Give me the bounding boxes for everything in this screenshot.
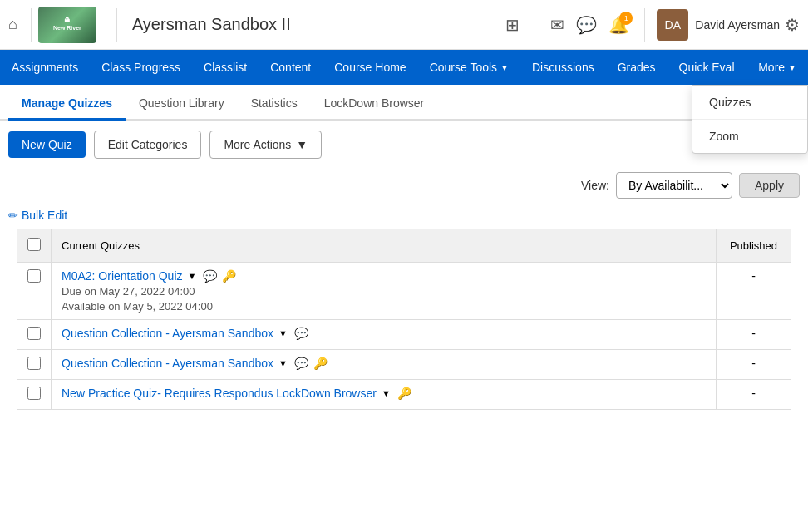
bulk-edit-icon: ✏: [8, 209, 18, 222]
row-2-published: -: [717, 320, 791, 350]
table-row: Question Collection - Ayersman Sandbox ▼…: [17, 320, 791, 350]
col-header-quizzes: Current Quizzes: [52, 229, 717, 263]
row-4-key-icon[interactable]: 🔑: [397, 387, 411, 400]
user-area[interactable]: DA David Ayersman: [657, 9, 780, 41]
notification-badge: 1: [619, 12, 633, 25]
quiz-table-container: Current Quizzes Published M0A2: Orientat…: [0, 229, 808, 410]
settings-icon[interactable]: ⚙: [785, 15, 800, 35]
bulk-edit-row: ✏ Bulk Edit: [0, 205, 808, 229]
row-2-speech-icon[interactable]: 💬: [294, 327, 308, 340]
tabs-bar: Manage Quizzes Question Library Statisti…: [0, 88, 808, 121]
more-caret: ▼: [788, 63, 796, 72]
row-2-checkbox-cell: [17, 320, 52, 350]
nav-item-course-tools[interactable]: Course Tools ▼: [418, 50, 520, 85]
header-right: ⊞ ✉ 💬 🔔 1 DA David Ayersman ⚙: [483, 8, 800, 42]
edit-categories-button[interactable]: Edit Categories: [94, 131, 202, 159]
tab-statistics[interactable]: Statistics: [238, 88, 311, 121]
row-2-title-link[interactable]: Question Collection - Ayersman Sandbox: [62, 327, 273, 340]
row-4-checkbox[interactable]: [27, 387, 41, 400]
row-1-content: M0A2: Orientation Quiz ▼ 💬 🔑 Due on May …: [52, 263, 717, 320]
bulk-edit-link[interactable]: ✏ Bulk Edit: [8, 209, 67, 222]
row-1-key-icon[interactable]: 🔑: [222, 269, 236, 283]
nav-item-quick-eval[interactable]: Quick Eval: [668, 50, 746, 85]
col-header-published: Published: [717, 229, 791, 263]
more-actions-caret-icon: ▼: [296, 138, 308, 151]
toolbar: New Quiz Edit Categories More Actions ▼: [0, 121, 808, 169]
row-2-caret-icon[interactable]: ▼: [278, 328, 288, 338]
more-actions-button[interactable]: More Actions ▼: [209, 131, 322, 159]
chat-icon[interactable]: 💬: [573, 12, 600, 38]
nav-item-course-home[interactable]: Course Home: [323, 50, 417, 85]
row-1-caret-icon[interactable]: ▼: [188, 271, 197, 281]
app-title: Ayersman Sandbox II: [132, 15, 291, 34]
tab-lockdown-browser[interactable]: LockDown Browser: [311, 88, 438, 121]
row-2-icons: 💬: [294, 327, 308, 340]
row-3-checkbox-cell: [17, 350, 52, 380]
nav-item-discussions[interactable]: Discussions: [520, 50, 606, 85]
home-icon[interactable]: ⌂: [8, 16, 17, 33]
nav-item-assignments[interactable]: Assignments: [0, 50, 90, 85]
row-3-caret-icon[interactable]: ▼: [278, 358, 288, 368]
row-1-icons: 💬 🔑: [203, 269, 236, 283]
row-3-checkbox[interactable]: [27, 357, 41, 370]
more-dropdown: Quizzes Zoom: [692, 85, 808, 154]
row-2-content: Question Collection - Ayersman Sandbox ▼…: [52, 320, 717, 350]
user-name: David Ayersman: [695, 18, 780, 32]
email-icon[interactable]: ✉: [547, 12, 568, 38]
row-4-icons: 🔑: [397, 387, 411, 400]
row-4-published: -: [717, 380, 791, 410]
quiz-table: Current Quizzes Published M0A2: Orientat…: [17, 229, 791, 410]
header-divider-5: [644, 8, 645, 42]
notifications-icon[interactable]: 🔔 1: [605, 12, 633, 38]
top-header: ⌂ 🏔New River Ayersman Sandbox II ⊞ ✉ 💬 🔔…: [0, 0, 808, 50]
nav-item-grades[interactable]: Grades: [606, 50, 668, 85]
view-area: View: By Availabilit... Apply: [0, 169, 808, 205]
row-3-speech-icon[interactable]: 💬: [294, 357, 308, 370]
table-row: M0A2: Orientation Quiz ▼ 💬 🔑 Due on May …: [17, 263, 791, 320]
row-1-published: -: [717, 263, 791, 320]
row-3-content: Question Collection - Ayersman Sandbox ▼…: [52, 350, 717, 380]
row-1-speech-icon[interactable]: 💬: [203, 269, 217, 283]
apply-button[interactable]: Apply: [739, 173, 800, 198]
row-1-meta2: Available on May 5, 2022 04:00: [62, 300, 706, 313]
nav-item-classlist[interactable]: Classlist: [192, 50, 259, 85]
row-3-published: -: [717, 350, 791, 380]
header-divider-3: [490, 8, 490, 42]
row-1-checkbox[interactable]: [27, 269, 41, 283]
row-2-checkbox[interactable]: [27, 327, 41, 340]
table-row: Question Collection - Ayersman Sandbox ▼…: [17, 350, 791, 380]
more-dropdown-zoom[interactable]: Zoom: [692, 120, 807, 153]
table-row: New Practice Quiz- Requires Respondus Lo…: [17, 380, 791, 410]
logo-area[interactable]: 🏔New River: [38, 7, 96, 43]
row-1-title-link[interactable]: M0A2: Orientation Quiz: [62, 269, 183, 283]
view-label: View:: [581, 179, 609, 192]
row-3-key-icon[interactable]: 🔑: [313, 357, 328, 370]
row-3-icons: 💬 🔑: [294, 357, 328, 370]
apps-icon[interactable]: ⊞: [502, 12, 523, 38]
tab-manage-quizzes[interactable]: Manage Quizzes: [8, 88, 126, 121]
row-4-checkbox-cell: [17, 380, 52, 410]
new-quiz-button[interactable]: New Quiz: [8, 131, 86, 158]
nav-bar: Assignments Class Progress Classlist Con…: [0, 50, 808, 85]
tab-question-library[interactable]: Question Library: [126, 88, 238, 121]
row-1-checkbox-cell: [17, 263, 52, 320]
avatar: DA: [657, 9, 688, 41]
view-select[interactable]: By Availabilit...: [616, 172, 732, 199]
row-3-title-link[interactable]: Question Collection - Ayersman Sandbox: [62, 357, 273, 370]
course-tools-caret: ▼: [500, 63, 509, 72]
header-divider-1: [31, 8, 32, 42]
more-dropdown-quizzes[interactable]: Quizzes: [692, 86, 807, 119]
row-4-content: New Practice Quiz- Requires Respondus Lo…: [52, 380, 717, 410]
header-divider-4: [535, 8, 535, 42]
select-all-cell: [17, 229, 52, 263]
select-all-checkbox[interactable]: [27, 238, 41, 251]
row-4-title-link[interactable]: New Practice Quiz- Requires Respondus Lo…: [62, 387, 377, 400]
nav-item-content[interactable]: Content: [259, 50, 323, 85]
nav-item-class-progress[interactable]: Class Progress: [90, 50, 192, 85]
nav-item-more[interactable]: More ▼: [746, 50, 808, 85]
row-1-meta1: Due on May 27, 2022 04:00: [62, 285, 706, 298]
logo-image: 🏔New River: [38, 7, 96, 43]
header-divider-2: [116, 8, 117, 42]
row-4-caret-icon[interactable]: ▼: [382, 388, 391, 398]
